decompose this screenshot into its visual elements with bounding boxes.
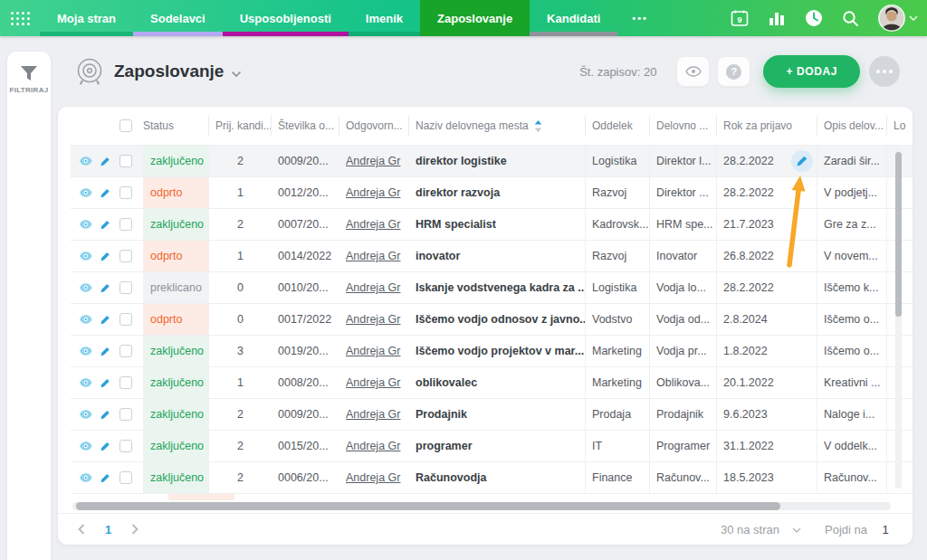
add-record-button[interactable]: + DODAJ: [763, 55, 860, 88]
select-all-checkbox[interactable]: [119, 119, 132, 132]
reports-icon[interactable]: [768, 10, 786, 26]
view-row-icon[interactable]: [80, 251, 92, 261]
table-row[interactable]: odprto 1 0014/2022 Andreja Gr inovator R…: [71, 240, 913, 271]
table-row[interactable]: zaključeno 2 0009/20... Andreja Gr Proda…: [71, 398, 913, 430]
per-page-chevron-icon[interactable]: [792, 527, 801, 533]
department: Logistika: [586, 146, 650, 176]
nav-tab[interactable]: Zaposlovanje: [420, 0, 530, 36]
row-checkbox[interactable]: [119, 186, 132, 199]
vertical-scrollbar[interactable]: [895, 147, 902, 489]
column-header-number[interactable]: Številka o...: [272, 116, 339, 136]
responsible-link[interactable]: Andreja Gr: [346, 408, 400, 421]
view-row-icon[interactable]: [80, 346, 92, 356]
view-row-icon[interactable]: [80, 441, 92, 451]
responsible-link[interactable]: Andreja Gr: [346, 218, 400, 231]
edit-row-icon[interactable]: [100, 377, 110, 389]
vertical-scrollbar-thumb[interactable]: [895, 152, 902, 317]
row-checkbox[interactable]: [119, 250, 132, 262]
table-row[interactable]: zaključeno 2 0007/20... Andreja Gr HRM s…: [71, 208, 913, 240]
view-row-icon[interactable]: [80, 282, 92, 293]
responsible-link[interactable]: Andreja Gr: [346, 313, 400, 326]
help-button[interactable]: ?: [717, 56, 750, 87]
edit-row-icon[interactable]: [100, 156, 110, 167]
view-row-icon[interactable]: [80, 187, 92, 198]
edit-row-icon[interactable]: [100, 472, 110, 484]
horizontal-scrollbar[interactable]: [72, 502, 891, 510]
edit-row-icon[interactable]: [100, 187, 110, 199]
row-checkbox[interactable]: [119, 471, 132, 484]
previous-page-button[interactable]: [78, 524, 85, 535]
table-row[interactable]: zaključeno 3 0019/20... Andreja Gr Iščem…: [71, 335, 913, 366]
row-checkbox[interactable]: [119, 408, 132, 421]
view-settings-button[interactable]: [676, 56, 710, 87]
view-row-icon[interactable]: [80, 219, 92, 230]
edit-row-icon[interactable]: [100, 346, 110, 357]
user-menu[interactable]: [878, 5, 918, 32]
nav-tab[interactable]: •••: [617, 0, 663, 36]
view-row-icon[interactable]: [80, 314, 92, 325]
column-header-lo[interactable]: Lo: [887, 119, 913, 132]
calendar-icon[interactable]: 9: [731, 9, 749, 27]
inline-edit-button[interactable]: [791, 150, 813, 172]
edit-row-icon[interactable]: [100, 409, 110, 421]
column-header-responsible[interactable]: Odgovorn...: [339, 116, 409, 136]
edit-row-icon[interactable]: [100, 314, 110, 326]
row-checkbox[interactable]: [119, 440, 132, 452]
row-checkbox[interactable]: [119, 313, 132, 326]
responsible-link[interactable]: Andreja Gr: [346, 440, 400, 452]
next-page-button[interactable]: [131, 524, 139, 535]
edit-row-icon[interactable]: [100, 282, 110, 294]
view-row-icon[interactable]: [80, 409, 92, 420]
table-row[interactable]: zaključeno 2 0015/20... Andreja Gr progr…: [71, 430, 913, 461]
table-row[interactable]: zaključeno 1 0008/20... Andreja Gr oblik…: [71, 366, 913, 398]
column-header-status[interactable]: Status: [143, 116, 209, 136]
column-header-description[interactable]: Opis delov...: [817, 116, 887, 136]
column-header-department[interactable]: Oddelek: [586, 116, 650, 136]
column-header-job-title[interactable]: Naziv delovnega mesta: [409, 116, 586, 136]
responsible-link[interactable]: Andreja Gr: [346, 250, 400, 262]
table-row[interactable]: zaključeno 2 0006/20... Andreja Gr Račun…: [71, 461, 913, 493]
view-row-icon[interactable]: [80, 472, 92, 483]
search-icon[interactable]: [842, 10, 859, 27]
column-header-position[interactable]: Delovno ...: [650, 116, 717, 136]
responsible-link[interactable]: Andreja Gr: [346, 471, 400, 484]
filter-label: FILTRIRAJ: [10, 86, 49, 94]
column-header-deadline[interactable]: Rok za prijavo: [717, 116, 817, 136]
nav-tab[interactable]: Imenik: [349, 0, 420, 36]
table-row[interactable]: odprto 1 0012/20... Andreja Gr direktor …: [71, 176, 913, 208]
goto-page-input[interactable]: 1: [880, 523, 891, 536]
nav-tab[interactable]: Moja stran: [40, 0, 133, 36]
table-row[interactable]: preklicano 0 0010/20... Andreja Gr Iskan…: [71, 271, 913, 303]
responsible-link[interactable]: Andreja Gr: [346, 345, 400, 357]
sort-ascending-icon[interactable]: [534, 120, 542, 132]
edit-row-icon[interactable]: [100, 219, 110, 231]
row-checkbox[interactable]: [119, 281, 132, 294]
nav-tab-underline: [133, 32, 223, 36]
responsible-link[interactable]: Andreja Gr: [346, 281, 400, 294]
app-launcher-button[interactable]: [0, 0, 40, 36]
nav-tab[interactable]: Kandidati: [530, 0, 617, 36]
filter-sidebar[interactable]: FILTRIRAJ: [7, 52, 51, 560]
responsible-link[interactable]: Andreja Gr: [346, 155, 400, 167]
row-checkbox[interactable]: [119, 155, 132, 167]
page-number[interactable]: 1: [105, 523, 111, 536]
row-checkbox[interactable]: [119, 376, 132, 389]
column-header-candidates[interactable]: Prij. kandi...: [209, 116, 272, 136]
row-checkbox[interactable]: [119, 345, 132, 357]
more-actions-button[interactable]: [869, 56, 900, 87]
view-row-icon[interactable]: [80, 156, 92, 166]
responsible-link[interactable]: Andreja Gr: [346, 376, 400, 389]
edit-row-icon[interactable]: [100, 251, 110, 262]
horizontal-scrollbar-thumb[interactable]: [76, 502, 780, 510]
table-row[interactable]: odprto 0 0017/2022 Andreja Gr Iščemo vod…: [71, 303, 913, 335]
responsible-link[interactable]: Andreja Gr: [346, 186, 400, 199]
title-dropdown-chevron-icon[interactable]: [231, 65, 242, 81]
edit-row-icon[interactable]: [100, 441, 110, 452]
per-page-select[interactable]: 30 na stran: [721, 523, 779, 536]
row-checkbox[interactable]: [119, 218, 132, 231]
nav-tab[interactable]: Sodelavci: [133, 0, 223, 36]
view-row-icon[interactable]: [80, 377, 92, 388]
clock-icon[interactable]: [805, 9, 823, 27]
nav-tab[interactable]: Usposobljenosti: [223, 0, 349, 36]
table-row[interactable]: zaključeno 2 0009/20... Andreja Gr direk…: [71, 145, 913, 176]
